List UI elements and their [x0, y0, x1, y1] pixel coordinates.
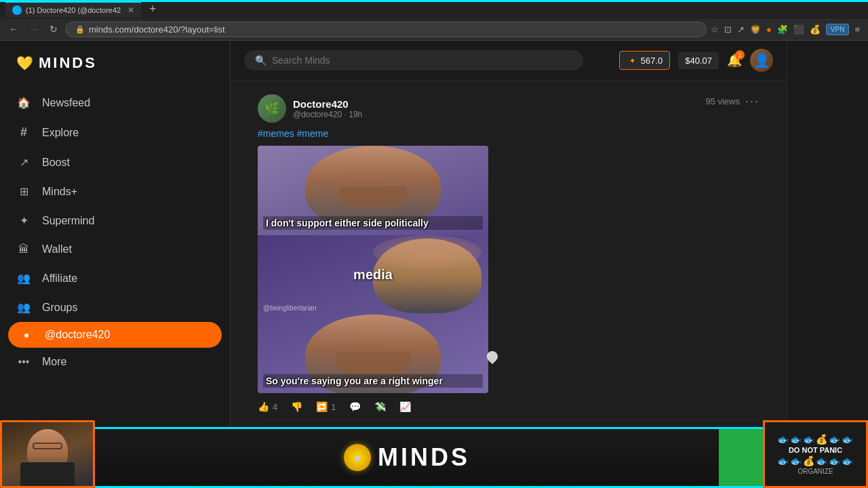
meme-watermark: @beinglibertarian [263, 304, 317, 312]
browser-tab[interactable]: (1) Doctore420 (@doctore420) | T... ✕ [5, 1, 141, 18]
post-avatar[interactable]: 🌿 [258, 94, 286, 123]
comment-button[interactable]: 💬 [349, 401, 361, 412]
bottom-banner: ● MINDS gab [95, 427, 868, 488]
meme-caption-mid: media [258, 262, 488, 288]
post-header: 🌿 Doctore420 @doctore420 · 19h 95 views [258, 94, 760, 123]
author-handle-time: @doctore420 · 19h [293, 110, 362, 119]
tab-close-btn[interactable]: ✕ [127, 5, 134, 15]
sidebar-item-groups[interactable]: 👥 Groups [0, 293, 230, 322]
panic-content: 🐟🐟🐟💰🐟🐟 DO NOT PANIC 🐟🐟💰🐟🐟🐟 ORGANIZE [765, 422, 866, 486]
wallet-nav-icon: 🏛 [16, 243, 31, 256]
extension-btn2[interactable]: ⬛ [793, 24, 804, 35]
post-meta: 95 views ··· [705, 94, 760, 108]
sidebar-label-groups: Groups [42, 302, 77, 314]
do-not-panic-text: DO NOT PANIC [789, 446, 842, 454]
sidebar: 💛 MINDS 🏠 Newsfeed # Explore ↗ Boost ⊞ M… [0, 41, 231, 488]
dislike-icon: 👎 [291, 401, 302, 412]
sidebar-item-newsfeed[interactable]: 🏠 Newsfeed [0, 88, 230, 117]
comment-icon: 💬 [349, 401, 361, 412]
sidebar-item-profile[interactable]: ● @doctore420 [8, 322, 222, 348]
notification-bell[interactable]: 🔔 1 [727, 53, 742, 68]
meme-panel-bot: So you're saying you are a right winger [258, 314, 488, 393]
dislike-button[interactable]: 👎 [291, 401, 302, 412]
minds-coin-icon: ● [344, 444, 371, 471]
like-count: 4 [273, 402, 277, 412]
like-button[interactable]: 👍 4 [258, 401, 277, 412]
top-header: 🔍 🔸 567.0 $40.07 🔔 1 👤 [231, 41, 787, 81]
meme-container: I don't support either side politically … [258, 146, 488, 393]
url-text: minds.com/doctore420/?layout=list [89, 24, 225, 35]
sidebar-label-affiliate: Affiliate [42, 272, 77, 285]
sidebar-item-boost[interactable]: ↗ Boost [0, 148, 230, 177]
address-bar[interactable]: 🔒 minds.com/doctore420/?layout=list [65, 22, 707, 37]
sidebar-label-wallet: Wallet [42, 243, 72, 256]
dollar-balance: $40.07 [678, 52, 719, 69]
boost-icon: ↗ [16, 156, 31, 169]
post-image: I don't support either side politically … [258, 146, 488, 393]
extension-btn1[interactable]: 🧩 [777, 24, 788, 35]
new-tab-button[interactable]: + [144, 2, 162, 16]
forward-button[interactable]: → [26, 22, 42, 36]
sidebar-item-affiliate[interactable]: 👥 Affiliate [0, 264, 230, 293]
search-input[interactable] [272, 55, 572, 66]
like-icon: 👍 [258, 401, 269, 412]
token-amount: 567.0 [641, 56, 663, 66]
webcam-overlay [0, 420, 95, 488]
sidebar-item-supermind[interactable]: ✦ Supermind [0, 206, 230, 235]
sidebar-label-explore: Explore [42, 127, 79, 139]
tab-title: (1) Doctore420 (@doctore420) | T... [26, 6, 121, 14]
tab-favicon [12, 5, 22, 15]
post-tags: #memes #meme [258, 128, 760, 139]
menu-btn[interactable]: ≡ [854, 24, 860, 35]
tip-button[interactable]: 💸 [374, 401, 386, 412]
remind-count: 1 [331, 402, 336, 412]
lock-icon: 🔒 [75, 25, 85, 34]
home-icon: 🏠 [16, 96, 31, 109]
fish-bottom-row: 🐟🐟💰🐟🐟🐟 [777, 455, 854, 466]
analytics-button[interactable]: 📈 [399, 401, 411, 412]
author-name[interactable]: Doctore420 [293, 98, 362, 110]
post-card: 🌿 Doctore420 @doctore420 · 19h 95 views [244, 81, 773, 421]
fish-top-row: 🐟🐟🐟💰🐟🐟 [777, 434, 854, 445]
main-content: 🔍 🔸 567.0 $40.07 🔔 1 👤 [231, 41, 787, 488]
remind-button[interactable]: 🔁 1 [316, 401, 336, 412]
right-panic-overlay: 🐟🐟🐟💰🐟🐟 DO NOT PANIC 🐟🐟💰🐟🐟🐟 ORGANIZE [763, 420, 868, 488]
sidebar-item-more[interactable]: ••• More [0, 348, 230, 376]
sidebar-item-wallet[interactable]: 🏛 Wallet [0, 235, 230, 264]
search-icon: 🔍 [255, 55, 267, 66]
brave-rewards[interactable]: ● [766, 24, 772, 35]
webcam-feed [2, 422, 93, 486]
header-right: 🔸 567.0 $40.07 🔔 1 👤 [619, 49, 773, 72]
remind-icon: 🔁 [316, 401, 328, 412]
affiliate-icon: 👥 [16, 272, 31, 285]
more-options-btn[interactable]: ··· [745, 94, 760, 108]
sidebar-label-profile: @doctore420 [45, 329, 110, 341]
profile-avatar[interactable]: 👤 [750, 49, 773, 72]
analytics-icon: 📈 [399, 401, 411, 412]
more-icon: ••• [16, 356, 31, 368]
share-btn[interactable]: ↗ [737, 24, 745, 35]
view-count: 95 views [705, 96, 740, 106]
author-info: Doctore420 @doctore420 · 19h [293, 98, 362, 119]
vpn-badge[interactable]: VPN [826, 24, 850, 35]
back-button[interactable]: ← [5, 22, 22, 36]
sidebar-item-explore[interactable]: # Explore [0, 117, 230, 148]
screenshot-btn[interactable]: ⊡ [724, 24, 732, 35]
minds-banner-text: MINDS [378, 443, 470, 472]
logo-coin-icon: 💛 [16, 55, 33, 71]
profile-nav-icon: ● [19, 329, 34, 340]
reload-button[interactable]: ↻ [46, 22, 61, 36]
minds-plus-icon: ⊞ [16, 185, 31, 198]
meme-caption-top: I don't support either side politically [263, 216, 483, 230]
logo-text: MINDS [39, 54, 97, 72]
explore-icon: # [16, 125, 31, 140]
organize-text: ORGANIZE [797, 468, 833, 475]
bookmark-btn[interactable]: ☆ [711, 24, 719, 35]
sidebar-nav: 🏠 Newsfeed # Explore ↗ Boost ⊞ Minds+ ✦ … [0, 83, 230, 438]
wallet-btn[interactable]: 💰 [810, 24, 821, 35]
post-actions: 👍 4 👎 🔁 1 💬 💸 [258, 393, 760, 421]
meme-panel-top: I don't support either side politically [258, 146, 488, 235]
brave-icon: 🦁 [750, 24, 761, 35]
sidebar-item-minds-plus[interactable]: ⊞ Minds+ [0, 177, 230, 206]
search-bar[interactable]: 🔍 [244, 50, 583, 70]
